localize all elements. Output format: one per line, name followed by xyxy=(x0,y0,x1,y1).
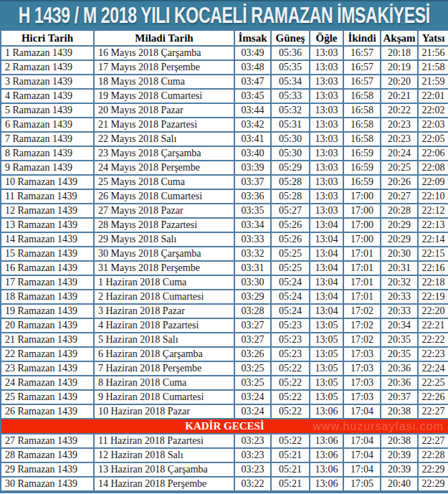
cell-ogle: 13:06 xyxy=(310,462,343,477)
cell-ogle: 13:03 xyxy=(310,60,343,75)
page-title-bar: H 1439 / M 2018 YILI KOCAELİ RAMAZAN İMS… xyxy=(0,0,448,29)
cell-ogle: 13:05 xyxy=(310,376,343,390)
cell-gunes: 05:31 xyxy=(271,118,310,132)
table-row: 2 Ramazan 1439 17 Mayıs 2018 Perşembe 03… xyxy=(1,60,448,75)
cell-aksam: 20:37 xyxy=(381,390,418,404)
cell-ikindi: 17:00 xyxy=(343,189,381,204)
cell-imsak: 03:47 xyxy=(234,75,271,89)
cell-gunes: 05:28 xyxy=(271,175,310,189)
cell-ikindi: 16:59 xyxy=(343,161,381,175)
cell-aksam: 20:21 xyxy=(381,89,418,103)
cell-ogle: 13:06 xyxy=(310,404,343,419)
table-row: 15 Ramazan 1439 30 Mayıs 2018 Çarşamba 0… xyxy=(1,247,448,261)
column-header-miladi-tarih: Miladi Tarih xyxy=(94,30,234,46)
cell-hicri-tarih: 12 Ramazan 1439 xyxy=(1,204,94,218)
cell-aksam: 20:25 xyxy=(381,161,418,175)
cell-imsak: 03:24 xyxy=(234,390,271,404)
cell-hicri-tarih: 7 Ramazan 1439 xyxy=(1,132,94,146)
cell-yatsi: 22:03 xyxy=(418,118,448,132)
cell-aksam: 20:31 xyxy=(381,261,418,275)
cell-ikindi: 16:57 xyxy=(343,75,381,89)
cell-ogle: 13:05 xyxy=(310,347,343,361)
cell-gunes: 05:33 xyxy=(271,89,310,103)
table-row: 19 Ramazan 1439 3 Haziran 2018 Pazar 03:… xyxy=(1,304,448,318)
table-row: 14 Ramazan 1439 29 Mayıs 2018 Salı 03:33… xyxy=(1,232,448,247)
cell-gunes: 05:22 xyxy=(271,376,310,390)
cell-hicri-tarih: 19 Ramazan 1439 xyxy=(1,304,94,318)
table-header-row: Hicri Tarih Miladi Tarih İmsak Güneş Öğl… xyxy=(1,30,448,46)
cell-yatsi: 22:29 xyxy=(418,462,448,477)
cell-imsak: 03:27 xyxy=(234,333,271,347)
cell-ogle: 13:04 xyxy=(310,261,343,275)
table-row: 13 Ramazan 1439 28 Mayıs 2018 Pazartesi … xyxy=(1,218,448,232)
cell-imsak: 03:44 xyxy=(234,103,271,118)
cell-aksam: 20:28 xyxy=(381,204,418,218)
cell-hicri-tarih: 2 Ramazan 1439 xyxy=(1,60,94,75)
column-header-hicri-tarih: Hicri Tarih xyxy=(1,30,94,46)
cell-yatsi: 22:18 xyxy=(418,275,448,290)
cell-miladi-tarih: 16 Mayıs 2018 Çarşamba xyxy=(94,46,234,60)
cell-hicri-tarih: 8 Ramazan 1439 xyxy=(1,146,94,161)
cell-aksam: 20:22 xyxy=(381,103,418,118)
cell-yatsi: 22:23 xyxy=(418,347,448,361)
cell-miladi-tarih: 21 Mayıs 2018 Pazartesi xyxy=(94,118,234,132)
cell-gunes: 05:25 xyxy=(271,261,310,275)
cell-ogle: 13:04 xyxy=(310,232,343,247)
cell-ikindi: 17:04 xyxy=(343,404,381,419)
table-row: 12 Ramazan 1439 27 Mayıs 2018 Pazar 03:3… xyxy=(1,204,448,218)
cell-miladi-tarih: 19 Mayıs 2018 Cumartesi xyxy=(94,89,234,103)
cell-gunes: 05:34 xyxy=(271,75,310,89)
table-row: 7 Ramazan 1439 22 Mayıs 2018 Salı 03:41 … xyxy=(1,132,448,146)
cell-hicri-tarih: 23 Ramazan 1439 xyxy=(1,361,94,376)
cell-gunes: 05:24 xyxy=(271,290,310,304)
table-row: 4 Ramazan 1439 19 Mayıs 2018 Cumartesi 0… xyxy=(1,89,448,103)
cell-hicri-tarih: 18 Ramazan 1439 xyxy=(1,290,94,304)
table-row: 8 Ramazan 1439 23 Mayıs 2018 Çarşamba 03… xyxy=(1,146,448,161)
cell-miladi-tarih: 28 Mayıs 2018 Pazartesi xyxy=(94,218,234,232)
cell-miladi-tarih: 1 Haziran 2018 Cuma xyxy=(94,275,234,290)
cell-hicri-tarih: 14 Ramazan 1439 xyxy=(1,232,94,247)
cell-imsak: 03:24 xyxy=(234,404,271,419)
cell-yatsi: 22:10 xyxy=(418,189,448,204)
kadir-gecesi-label: KADİR GECESİ xyxy=(185,420,264,432)
cell-ikindi: 17:00 xyxy=(343,204,381,218)
cell-ogle: 13:04 xyxy=(310,290,343,304)
cell-aksam: 20:32 xyxy=(381,275,418,290)
cell-ikindi: 16:58 xyxy=(343,118,381,132)
cell-aksam: 20:40 xyxy=(381,477,418,492)
cell-hicri-tarih: 25 Ramazan 1439 xyxy=(1,390,94,404)
table-row: 21 Ramazan 1439 5 Haziran 2018 Salı 03:2… xyxy=(1,333,448,347)
cell-aksam: 20:33 xyxy=(381,290,418,304)
table-row: 18 Ramazan 1439 2 Haziran 2018 Cumartesi… xyxy=(1,290,448,304)
cell-aksam: 20:23 xyxy=(381,118,418,132)
table-row: 22 Ramazan 1439 6 Haziran 2018 Çarşamba … xyxy=(1,347,448,361)
cell-ikindi: 17:02 xyxy=(343,304,381,318)
cell-yatsi: 22:22 xyxy=(418,333,448,347)
cell-imsak: 03:26 xyxy=(234,347,271,361)
cell-ogle: 13:04 xyxy=(310,275,343,290)
cell-miladi-tarih: 4 Haziran 2018 Pazartesi xyxy=(94,318,234,333)
cell-imsak: 03:23 xyxy=(234,448,271,462)
cell-imsak: 03:22 xyxy=(234,477,271,492)
cell-ogle: 13:03 xyxy=(310,204,343,218)
cell-yatsi: 22:29 xyxy=(418,477,448,492)
cell-imsak: 03:40 xyxy=(234,146,271,161)
cell-ogle: 13:03 xyxy=(310,118,343,132)
cell-imsak: 03:39 xyxy=(234,161,271,175)
cell-miladi-tarih: 5 Haziran 2018 Salı xyxy=(94,333,234,347)
table-row: 10 Ramazan 1439 25 Mayıs 2018 Cuma 03:37… xyxy=(1,175,448,189)
cell-hicri-tarih: 16 Ramazan 1439 xyxy=(1,261,94,275)
cell-yatsi: 22:27 xyxy=(418,404,448,419)
column-header-ikindi: İkindi xyxy=(343,30,381,46)
cell-imsak: 03:41 xyxy=(234,132,271,146)
cell-ikindi: 17:03 xyxy=(343,361,381,376)
cell-yatsi: 22:21 xyxy=(418,318,448,333)
cell-yatsi: 22:06 xyxy=(418,146,448,161)
cell-gunes: 05:23 xyxy=(271,333,310,347)
cell-aksam: 20:23 xyxy=(381,132,418,146)
cell-hicri-tarih: 5 Ramazan 1439 xyxy=(1,103,94,118)
cell-gunes: 05:26 xyxy=(271,232,310,247)
cell-aksam: 20:24 xyxy=(381,146,418,161)
column-header-imsak: İmsak xyxy=(234,30,271,46)
cell-miladi-tarih: 22 Mayıs 2018 Salı xyxy=(94,132,234,146)
